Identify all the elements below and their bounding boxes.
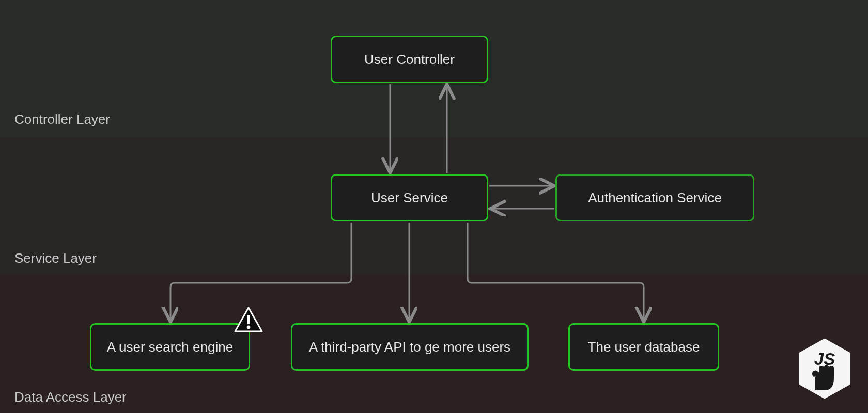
controller-layer-label: Controller Layer: [14, 112, 110, 128]
svg-point-3: [247, 326, 251, 329]
data-access-layer-label: Data Access Layer: [14, 389, 127, 405]
node-third-party-api: A third-party API to ge more users: [291, 323, 529, 371]
node-label: The user database: [588, 339, 700, 355]
node-label: User Service: [371, 190, 448, 206]
node-user-controller: User Controller: [331, 36, 488, 83]
node-label: Authentication Service: [588, 190, 722, 206]
nodejs-watermark: JS: [794, 338, 856, 402]
service-layer-label: Service Layer: [14, 250, 97, 266]
svg-rect-2: [247, 315, 250, 324]
node-authentication-service: Authentication Service: [555, 174, 754, 221]
node-user-service: User Service: [331, 174, 488, 221]
warning-icon: [234, 307, 264, 336]
node-user-search-engine: A user search engine: [90, 323, 250, 371]
node-label: A third-party API to ge more users: [309, 339, 510, 355]
node-label: User Controller: [364, 52, 455, 68]
node-label: A user search engine: [107, 339, 233, 355]
node-user-database: The user database: [568, 323, 719, 371]
architecture-diagram: JS Controller Layer Service Layer Data A…: [0, 0, 868, 413]
